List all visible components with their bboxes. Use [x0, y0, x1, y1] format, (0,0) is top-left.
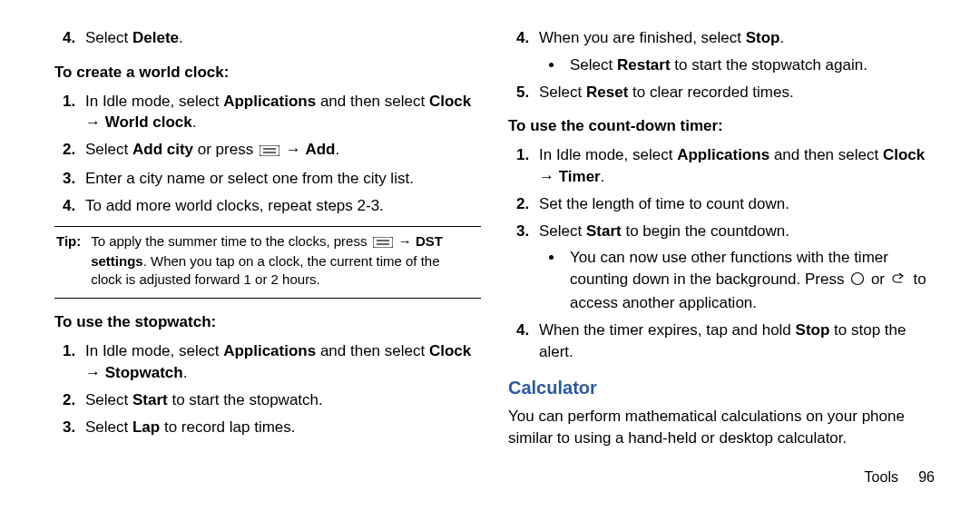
calculator-body: You can perform mathematical calculation… — [508, 406, 935, 449]
stopwatch-step-1: In Idle mode, select Applications and th… — [80, 340, 481, 384]
menu-icon — [373, 234, 393, 252]
stopwatch-restart-note: Select Restart to start the stopwatch ag… — [564, 54, 935, 76]
step-delete: Select Delete. — [80, 27, 481, 49]
stopwatch-steps: In Idle mode, select Applications and th… — [54, 340, 481, 438]
timer-steps: In Idle mode, select Applications and th… — [508, 144, 935, 362]
svg-rect-0 — [260, 145, 279, 156]
svg-rect-3 — [373, 237, 393, 248]
stopwatch-step-2: Select Start to start the stopwatch. — [80, 389, 481, 411]
heading-create-world-clock: To create a world clock: — [54, 62, 481, 84]
heading-stopwatch: To use the stopwatch: — [54, 311, 481, 333]
section-title-calculator: Calculator — [508, 375, 935, 400]
right-column: When you are finished, select Stop. Sele… — [508, 27, 935, 487]
tip-label: Tip: — [56, 232, 87, 251]
create-step-1: In Idle mode, select Applications and th… — [80, 91, 481, 134]
heading-timer: To use the count-down timer: — [508, 115, 935, 137]
timer-step-4: When the timer expires, tap and hold Sto… — [534, 320, 935, 363]
back-icon — [891, 270, 907, 292]
timer-step-3-sub: You can now use other functions with the… — [539, 247, 935, 313]
timer-step-3: Select Start to begin the countdown. You… — [534, 221, 935, 314]
stopwatch-step-5: Select Reset to clear recorded times. — [534, 82, 935, 103]
create-step-2: Select Add city or press → Add. — [80, 139, 481, 162]
stopwatch-step-4-sub: Select Restart to start the stopwatch ag… — [539, 54, 935, 76]
timer-step-1: In Idle mode, select Applications and th… — [534, 144, 935, 188]
menu-icon — [260, 141, 279, 162]
footer-page-number: 96 — [918, 469, 935, 485]
tip-box: Tip: To apply the summer time to the clo… — [54, 226, 481, 300]
stopwatch-steps-cont: When you are finished, select Stop. Sele… — [508, 27, 935, 103]
left-column: Select Delete. To create a world clock: … — [54, 27, 481, 487]
page-footer: Tools 96 — [508, 467, 935, 487]
stopwatch-step-3: Select Lap to record lap times. — [80, 417, 481, 438]
page: Select Delete. To create a world clock: … — [0, 0, 980, 497]
svg-point-6 — [852, 273, 864, 285]
footer-section: Tools — [865, 469, 898, 485]
timer-background-note: You can now use other functions with the… — [564, 247, 935, 313]
create-world-clock-steps: In Idle mode, select Applications and th… — [54, 91, 481, 217]
home-icon — [850, 270, 865, 292]
tip-text: To apply the summer time to the clocks, … — [91, 232, 466, 290]
delete-step-list: Select Delete. — [54, 27, 481, 49]
create-step-3: Enter a city name or select one from the… — [80, 168, 481, 190]
stopwatch-step-4: When you are finished, select Stop. Sele… — [534, 27, 935, 76]
timer-step-2: Set the length of time to count down. — [534, 193, 935, 215]
create-step-4: To add more world clocks, repeat steps 2… — [80, 195, 481, 217]
